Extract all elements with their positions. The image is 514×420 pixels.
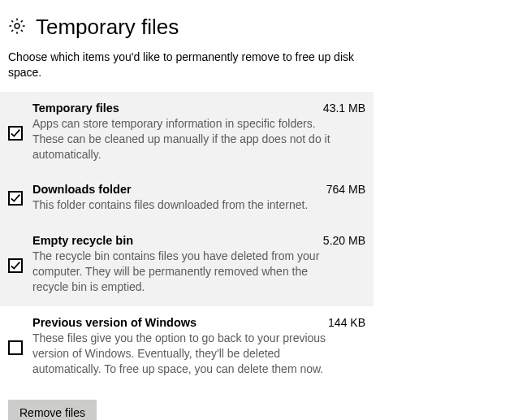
item-description: These files give you the option to go ba… [32,331,341,377]
item-downloads-folder[interactable]: Downloads folder 764 MB This folder cont… [0,173,374,224]
item-temporary-files[interactable]: Temporary files 43.1 MB Apps can store t… [0,92,374,174]
actions-bar: Remove files [0,388,514,420]
svg-point-0 [15,24,19,28]
page-title: Temporary files [36,15,179,40]
item-previous-version-windows[interactable]: Previous version of Windows 144 KB These… [0,306,374,388]
item-empty-recycle-bin[interactable]: Empty recycle bin 5.20 MB The recycle bi… [0,224,374,306]
checkbox-temporary-files[interactable] [8,126,23,141]
page-header: Temporary files [0,0,514,50]
item-size: 144 KB [318,316,365,329]
item-title: Downloads folder [32,183,132,196]
item-body: Previous version of Windows 144 KB These… [32,316,365,377]
item-size: 5.20 MB [313,234,365,247]
item-description: This folder contains files downloaded fr… [32,197,341,213]
item-title: Temporary files [32,102,119,115]
item-body: Empty recycle bin 5.20 MB The recycle bi… [32,234,365,295]
item-body: Downloads folder 764 MB This folder cont… [32,183,365,213]
item-title: Empty recycle bin [32,234,133,247]
item-description: The recycle bin contains files you have … [32,249,341,295]
gear-icon [8,17,36,37]
item-body: Temporary files 43.1 MB Apps can store t… [32,102,365,162]
item-size: 43.1 MB [313,102,365,115]
item-description: Apps can store temporary information in … [32,116,341,162]
item-title: Previous version of Windows [32,316,197,329]
checkbox-empty-recycle-bin[interactable] [8,258,23,273]
items-list: Temporary files 43.1 MB Apps can store t… [0,92,374,388]
remove-files-button[interactable]: Remove files [8,400,97,420]
page-description: Choose which items you'd like to permane… [0,50,374,92]
checkbox-previous-version-windows[interactable] [8,340,23,355]
item-size: 764 MB [317,183,365,196]
checkbox-downloads-folder[interactable] [8,191,23,206]
